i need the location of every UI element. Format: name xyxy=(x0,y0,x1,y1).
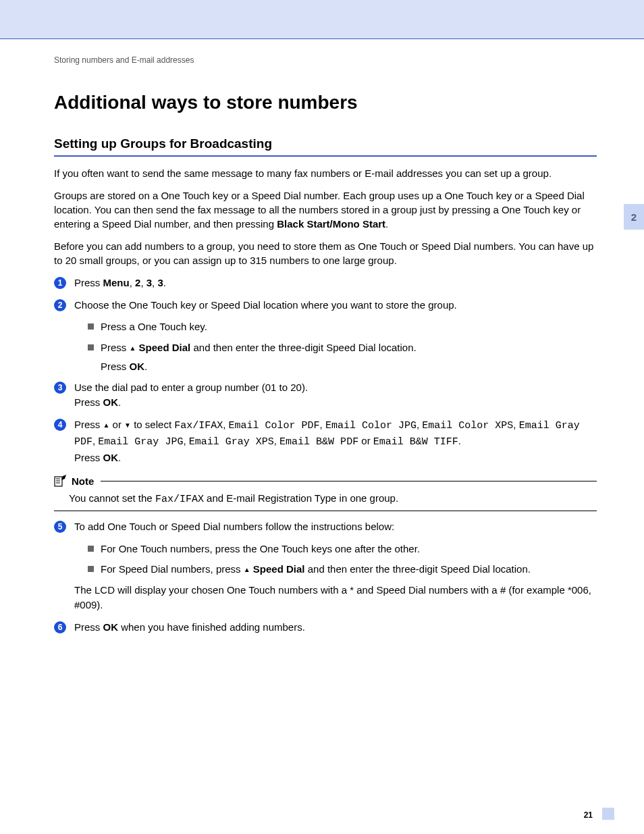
note-top-rule xyxy=(101,481,597,481)
footer-tab xyxy=(602,808,614,820)
step-3: 3 Use the dial pad to enter a group numb… xyxy=(54,380,597,411)
page-footer: 21 xyxy=(0,804,644,834)
paragraph: Groups are stored on a One Touch key or … xyxy=(54,188,597,231)
sub-bullet-item: For Speed Dial numbers, press ▲ Speed Di… xyxy=(88,562,597,577)
up-triangle-icon: ▲ xyxy=(103,421,110,429)
step-badge: 5 xyxy=(54,521,66,533)
step-badge: 2 xyxy=(54,299,66,311)
step-badge: 4 xyxy=(54,419,66,431)
up-triangle-icon: ▲ xyxy=(244,566,250,573)
paragraph: Before you can add numbers to a group, y… xyxy=(54,239,597,267)
step-1: 1 Press Menu, 2, 3, 3. xyxy=(54,276,597,291)
heading-1: Additional ways to store numbers xyxy=(54,92,597,113)
step-badge: 3 xyxy=(54,382,66,394)
step-badge: 6 xyxy=(54,621,66,633)
svg-rect-0 xyxy=(55,477,62,486)
top-bar xyxy=(0,0,644,39)
note-title: Note xyxy=(72,475,94,487)
chapter-tab: 2 xyxy=(624,204,644,230)
square-bullet-icon xyxy=(88,323,94,330)
sub-bullet-item: Press ▲ Speed Dial and then enter the th… xyxy=(88,340,597,375)
sub-bullet-item: Press a One Touch key. xyxy=(88,319,597,335)
paragraph: If you often want to send the same messa… xyxy=(54,166,597,180)
note-bottom-rule xyxy=(54,511,597,511)
step-4: 4 Press ▲ or ▼ to select Fax/IFAX, Email… xyxy=(54,417,597,466)
heading-2: Setting up Groups for Broadcasting xyxy=(54,136,597,151)
step-6: 6 Press OK when you have finished adding… xyxy=(54,620,597,635)
square-bullet-icon xyxy=(88,344,94,350)
note-icon xyxy=(54,475,68,487)
step-continuation: The LCD will display your chosen One Tou… xyxy=(74,583,597,613)
heading-rule xyxy=(54,155,597,157)
page-content: 2 Storing numbers and E-mail addresses A… xyxy=(0,39,644,669)
step-5: 5 To add One Touch or Speed Dial numbers… xyxy=(54,519,597,535)
sub-bullet-item: For One Touch numbers, press the One Tou… xyxy=(88,542,597,557)
square-bullet-icon xyxy=(88,546,94,552)
note-block: Note You cannot set the Fax/IFAX and E-m… xyxy=(54,475,597,511)
down-triangle-icon: ▼ xyxy=(124,421,131,429)
step-badge: 1 xyxy=(54,277,66,289)
up-triangle-icon: ▲ xyxy=(130,344,136,352)
running-header: Storing numbers and E-mail addresses xyxy=(54,55,597,65)
step-2: 2 Choose the One Touch key or Speed Dial… xyxy=(54,298,597,313)
note-body: You cannot set the Fax/IFAX and E-mail R… xyxy=(69,491,597,506)
square-bullet-icon xyxy=(88,566,94,572)
page-number: 21 xyxy=(584,810,593,820)
